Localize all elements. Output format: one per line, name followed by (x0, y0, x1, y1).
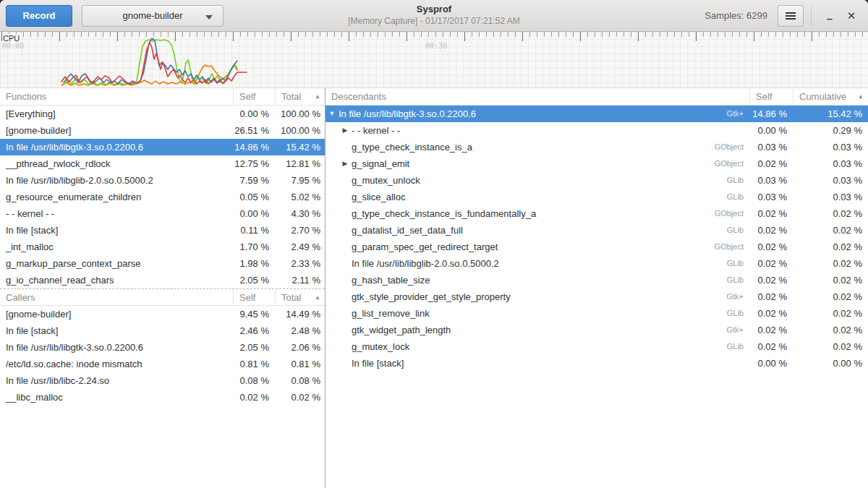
functions-column-header[interactable]: Functions (0, 88, 233, 105)
table-row[interactable]: In file [stack] 0.11 % 2.70 % (0, 222, 325, 239)
tree-row[interactable]: In file [stack] 0.00 % 0.00 % (326, 355, 868, 372)
table-row[interactable]: g_io_channel_read_chars 2.05 % 2.11 % (0, 272, 325, 288)
tree-row[interactable]: gtk_widget_path_length Gtk+ 0.02 % 0.02 … (326, 322, 868, 338)
cell-self-percent: 0.02 % (749, 322, 793, 338)
callers-column-header[interactable]: Callers (0, 289, 233, 305)
expander-icon[interactable] (339, 239, 352, 255)
expander-icon[interactable] (339, 205, 352, 222)
expander-icon[interactable] (339, 222, 352, 239)
cell-total-percent: 14.49 % (275, 306, 325, 322)
expander-icon[interactable]: ▶ (339, 122, 352, 139)
tree-row[interactable]: ▶ g_signal_emit GObject 0.02 % 0.03 % (326, 155, 868, 172)
tree-row[interactable]: g_datalist_id_set_data_full GLib 0.02 % … (326, 222, 868, 239)
cell-cumulative-percent: 0.02 % (793, 205, 868, 222)
table-row[interactable]: /etc/ld.so.cache: inode mismatch 0.81 % … (0, 356, 325, 372)
close-icon: ✕ (847, 9, 856, 22)
target-selector-dropdown[interactable]: gnome-builder (82, 5, 224, 27)
cell-self-percent: 0.02 % (749, 255, 793, 272)
tree-row[interactable]: g_mutex_lock GLib 0.02 % 0.02 % (326, 338, 868, 355)
tree-row[interactable]: g_param_spec_get_redirect_target GObject… (326, 239, 868, 255)
cell-cumulative-percent: 0.03 % (793, 155, 868, 172)
cell-self-percent: 0.03 % (749, 139, 793, 155)
table-row[interactable]: _int_malloc 1.70 % 2.49 % (0, 239, 325, 255)
tree-indent (326, 189, 339, 205)
table-row[interactable]: [Everything] 0.00 % 100.00 % (0, 106, 325, 122)
table-row[interactable]: __libc_malloc 0.02 % 0.02 % (0, 389, 325, 406)
expander-icon[interactable] (339, 305, 352, 322)
table-row[interactable]: In file /usr/lib/libc-2.24.so 0.08 % 0.0… (0, 372, 325, 389)
descendants-column-header[interactable]: Descendants (326, 88, 749, 105)
expander-icon[interactable] (339, 272, 352, 288)
table-row[interactable]: In file /usr/lib/libglib-2.0.so.0.5000.2… (0, 172, 325, 189)
expander-icon[interactable] (339, 255, 352, 272)
tree-row[interactable]: ▶ - - kernel - - 0.00 % 0.29 % (326, 122, 868, 139)
expander-icon[interactable]: ▶ (339, 155, 352, 172)
tree-indent (326, 239, 339, 255)
cell-self-percent: 0.02 % (749, 239, 793, 255)
expander-icon[interactable] (339, 172, 352, 189)
self-column-header[interactable]: Self (749, 88, 793, 105)
total-column-header[interactable]: Total ▲ (275, 289, 325, 305)
library-tag-label: GLib (727, 338, 744, 355)
menu-button[interactable] (778, 5, 804, 27)
tree-row[interactable]: g_slice_alloc GLib 0.03 % 0.03 % (326, 189, 868, 205)
table-row[interactable]: In file [stack] 2.46 % 2.48 % (0, 322, 325, 339)
cell-function-name: __pthread_rwlock_rdlock (0, 155, 233, 172)
expander-icon[interactable] (339, 338, 352, 355)
tree-indent (326, 205, 339, 222)
cell-function-name: - - kernel - - (352, 122, 744, 139)
tree-row[interactable]: g_type_check_instance_is_fundamentally_a… (326, 205, 868, 222)
chevron-down-icon (205, 15, 213, 20)
expander-icon[interactable] (339, 139, 352, 155)
record-button[interactable]: Record (6, 5, 72, 27)
cell-function-name: In file /usr/lib/libgtk-3.so.0.2200.6 (0, 139, 233, 155)
table-row[interactable]: g_markup_parse_context_parse 1.98 % 2.33… (0, 255, 325, 272)
table-row[interactable]: [gnome-builder] 9.45 % 14.49 % (0, 306, 325, 322)
tree-indent (326, 222, 339, 239)
cell-self-percent: 0.08 % (233, 372, 275, 389)
minimize-icon: – (827, 12, 833, 25)
cell-self-percent: 0.02 % (749, 305, 793, 322)
cpu-lines-chart (0, 32, 868, 88)
tree-row[interactable]: g_mutex_unlock GLib 0.03 % 0.03 % (326, 172, 868, 189)
tree-row[interactable]: ▼ In file /usr/lib/libgtk-3.so.0.2200.6 … (326, 106, 868, 122)
tree-indent (326, 322, 339, 338)
tree-row[interactable]: In file /usr/lib/libglib-2.0.so.0.5000.2… (326, 255, 868, 272)
cell-self-percent: 2.46 % (233, 322, 275, 339)
cell-self-percent: 26.51 % (233, 122, 275, 139)
cell-self-percent: 0.02 % (749, 205, 793, 222)
table-row[interactable]: [gnome-builder] 26.51 % 100.00 % (0, 122, 325, 139)
library-tag-label: GLib (727, 172, 744, 189)
cell-function-name: In file /usr/lib/libgtk-3.so.0.2200.6 (0, 339, 233, 356)
table-row[interactable]: __pthread_rwlock_rdlock 12.75 % 12.81 % (0, 155, 325, 172)
minimize-button[interactable]: – (819, 5, 841, 27)
table-row[interactable]: - - kernel - - 0.00 % 4.30 % (0, 205, 325, 222)
header-bar: Record gnome-builder Sysprof [Memory Cap… (0, 0, 868, 32)
expander-icon[interactable] (339, 355, 352, 372)
expander-icon[interactable]: ▼ (326, 106, 339, 122)
cell-function-name: In file [stack] (352, 355, 744, 372)
cell-function-name: __libc_malloc (0, 389, 233, 406)
total-column-header[interactable]: Total ▲ (275, 88, 325, 105)
tree-indent (326, 155, 339, 172)
table-row[interactable]: In file /usr/lib/libgtk-3.so.0.2200.6 14… (0, 139, 325, 155)
tree-row[interactable]: g_type_check_instance_is_a GObject 0.03 … (326, 139, 868, 155)
tree-row[interactable]: g_list_remove_link GLib 0.02 % 0.02 % (326, 305, 868, 322)
tree-row[interactable]: g_hash_table_size GLib 0.02 % 0.02 % (326, 272, 868, 288)
expander-icon[interactable] (339, 288, 352, 305)
cell-cumulative-percent: 0.02 % (793, 255, 868, 272)
time-label-start: 00:00 (2, 42, 24, 50)
tree-row[interactable]: gtk_style_provider_get_style_property Gt… (326, 288, 868, 305)
expander-icon[interactable] (339, 322, 352, 338)
cell-cumulative-percent: 0.29 % (793, 122, 868, 139)
library-tag-label: GLib (727, 255, 744, 272)
cumulative-column-header[interactable]: Cumulative ▲ (793, 88, 868, 105)
table-row[interactable]: g_resource_enumerate_children 0.05 % 5.0… (0, 189, 325, 205)
self-column-header[interactable]: Self (233, 289, 275, 305)
table-row[interactable]: In file /usr/lib/libgtk-3.so.0.2200.6 2.… (0, 339, 325, 356)
close-button[interactable]: ✕ (841, 5, 862, 27)
cell-total-percent: 100.00 % (275, 122, 325, 139)
expander-icon[interactable] (339, 189, 352, 205)
self-column-header[interactable]: Self (233, 88, 275, 105)
tree-indent (326, 305, 339, 322)
